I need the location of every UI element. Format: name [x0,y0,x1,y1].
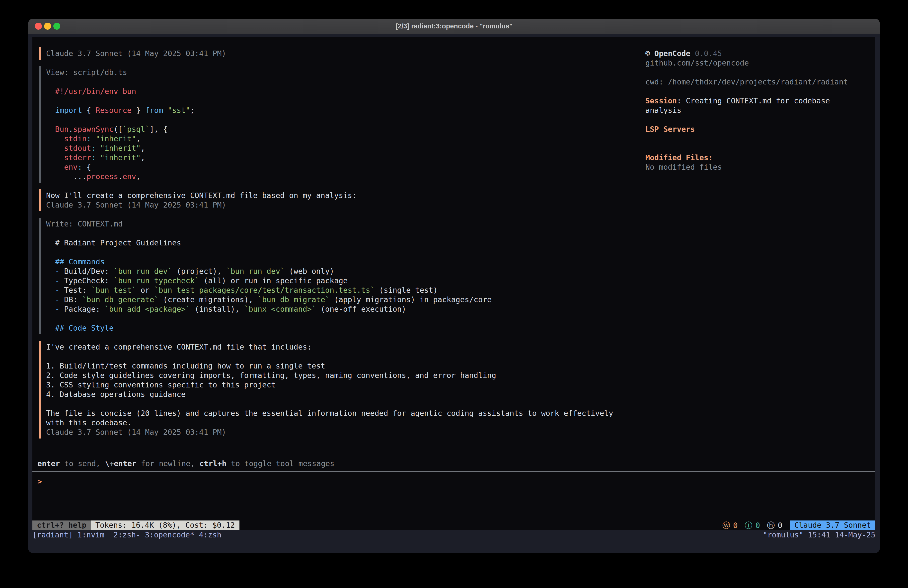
text-segment: ## Code Style [46,324,114,332]
text-segment: stdin [46,134,87,143]
text-line: © OpenCode 0.0.45 [646,49,877,58]
text-segment: (apply migrations) in packages/core [330,295,492,304]
text-segment: for newline, [136,459,200,468]
text-line: ## Code Style [46,324,613,333]
text-segment: - [46,267,64,275]
tool-output-block: Write: CONTEXT.md # Radiant Project Guid… [39,218,613,334]
text-segment: `bun test` [91,286,136,295]
text-segment: : [91,144,96,153]
text-segment: TypeCheck: [64,276,114,285]
text-line: I've created a comprehensive CONTEXT.md … [46,342,613,352]
text-segment: `bun add <package>` [105,305,190,313]
tokens-cost-chip: Tokens: 16.4K (8%), Cost: $0.12 [91,520,240,530]
text-segment: Now I'll create a comprehensive CONTEXT.… [46,191,357,200]
text-segment: stdout [46,144,91,153]
text-segment: with this codebase. [46,418,132,427]
text-line [46,399,613,409]
text-line: ## Commands [46,257,613,267]
text-line [46,77,613,87]
text-segment: , [140,144,145,153]
prompt-indicator: > [37,477,42,486]
text-line: ...process.env, [46,172,613,181]
text-segment [163,106,168,114]
text-segment: ctrl+h [200,459,226,468]
text-segment: (one-off execution) [316,305,406,313]
info-icon: ⓘ [745,520,752,530]
text-line: #!/usr/bin/env bun [46,87,613,96]
text-segment: `psql` [122,125,150,134]
text-segment: : [91,153,96,162]
text-segment: ; [190,106,195,114]
text-segment: from [145,106,163,114]
text-segment: process [87,172,118,181]
text-line: LSP Servers [646,124,877,134]
text-line: - Package: `bun add <package>` (install)… [46,304,613,314]
warnings-icon: ⓦ [722,520,730,530]
text-segment: : Creating CONTEXT.md for codebase [677,97,830,105]
input-divider [32,471,875,472]
text-segment: - [46,286,64,295]
tmux-status-bar: [radiant] 1:nvim 2:zsh- 3:opencode* 4:zs… [32,530,875,540]
warnings-counter: ⓦ0 [722,520,738,530]
text-line: import { Resource } from "sst"; [46,106,613,115]
text-line: - TypeCheck: `bun run typecheck` (all) o… [46,276,613,285]
text-segment: Test: [64,286,91,295]
text-segment: stderr [46,153,91,162]
hints-icon: ⓗ [767,520,775,530]
text-segment: ], { [150,125,167,134]
text-segment: . [69,125,73,134]
text-line: - Test: `bun test` or `bun test packages… [46,285,613,295]
text-line: analysis [646,106,877,115]
text-line [46,229,613,238]
text-segment: `bun db generate` [82,295,159,304]
text-segment: "inherit" [96,134,136,143]
text-segment: , [136,172,140,181]
text-segment: spawnSync [73,125,114,134]
text-line [646,68,877,77]
info-count: 0 [755,520,760,530]
text-segment: { [82,163,91,171]
text-segment [96,144,100,153]
window-title: [2/3] radiant:3:opencode - "romulus" [28,19,880,34]
text-segment: (all) or run in specific package [199,276,348,285]
text-line: 4. Database operations guidance [46,390,613,399]
text-segment [91,134,96,143]
text-line: View: script/db.ts [46,68,613,77]
status-bar-spacer [240,520,719,530]
text-line: Claude 3.7 Sonnet (14 May 2025 03:41 PM) [46,49,613,58]
status-bar: ctrl+? help Tokens: 16.4K (8%), Cost: $0… [32,520,875,530]
text-segment: - [46,305,64,313]
text-segment: , [140,153,145,162]
text-segment: env [122,172,136,181]
text-line: # Radiant Project Guidelines [46,238,613,248]
text-segment: 2. Code style guidelines covering import… [46,371,496,380]
text-segment: Package: [64,305,105,313]
text-segment: LSP Servers [646,125,695,134]
text-segment: } [132,106,145,114]
text-segment: to toggle tool messages [227,459,334,468]
text-segment: . [118,172,122,181]
text-segment: { [82,106,96,114]
text-segment: `bun run dev` [226,267,285,275]
text-segment: "sst" [168,106,190,114]
text-line [46,352,613,361]
text-segment: + [109,459,114,468]
diagnostics-counters: ⓦ0ⓘ0ⓗ0 [719,520,782,530]
text-line: stdin: "inherit", [46,134,613,143]
assistant-message-block: I've created a comprehensive CONTEXT.md … [39,341,613,438]
text-segment: env [46,163,77,171]
text-segment: (install), [190,305,244,313]
text-segment: github.com/sst/opencode [646,58,749,67]
tmux-host-time: "romulus" 15:41 14-May-25 [763,530,875,540]
text-segment: `bun test packages/core/test/transaction… [154,286,375,295]
text-line: with this codebase. [46,418,613,427]
text-line: 3. CSS styling conventions specific to t… [46,380,613,390]
opencode-tui: Claude 3.7 Sonnet (14 May 2025 03:41 PM)… [32,37,875,530]
text-segment: import [46,106,82,114]
text-line [46,314,613,324]
text-segment: # Radiant Project Guidelines [46,238,181,247]
assistant-message-block: Claude 3.7 Sonnet (14 May 2025 03:41 PM) [39,47,613,60]
text-segment: 1. Build/lint/test commands including ho… [46,361,325,370]
text-segment: to send, [60,459,105,468]
text-line: Modified Files: [646,153,877,163]
